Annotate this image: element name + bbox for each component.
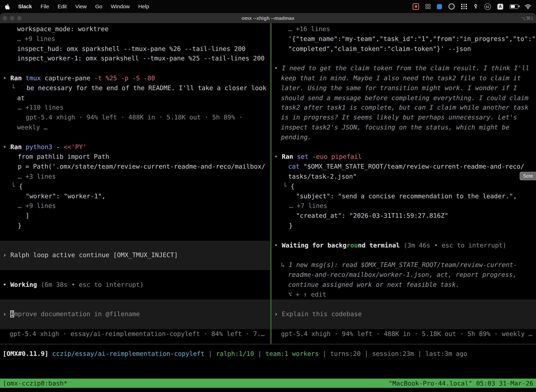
text-segment: ralph:1/10 bbox=[216, 350, 254, 357]
text-segment: tmux bbox=[25, 75, 44, 82]
apple-menu-icon[interactable] bbox=[5, 4, 10, 9]
terminal-line: should send a message before completing … bbox=[281, 93, 528, 103]
battery-percent-badge-label: 61 bbox=[486, 5, 490, 8]
text-segment: • bbox=[274, 242, 282, 249]
terminal-line: … +9 lines bbox=[17, 34, 55, 44]
text-segment: • bbox=[3, 281, 10, 288]
text-segment: rou bbox=[346, 242, 358, 249]
battery-icon[interactable] bbox=[510, 4, 518, 9]
menu-item-edit[interactable]: Edit bbox=[58, 3, 67, 9]
text-segment: p = Path('.omx/state/team/review-current… bbox=[18, 163, 265, 170]
menu-app-name[interactable]: Slack bbox=[18, 3, 32, 9]
input-source-icon[interactable]: A bbox=[497, 4, 503, 9]
battery-percent-badge[interactable]: 61 bbox=[484, 3, 491, 10]
text-segment: … +9 lines bbox=[17, 35, 55, 42]
terminal-line: ⌥ + ↑ edit bbox=[288, 290, 326, 300]
text-segment: | bbox=[414, 350, 425, 357]
text-segment: capture-pane bbox=[45, 75, 94, 82]
text-segment: "created_at": "2026-03-31T11:59:27.816Z" bbox=[296, 212, 448, 219]
key-icon[interactable] bbox=[474, 4, 478, 9]
terminal-line: readme-and-reco/mailbox/worker-1.json, a… bbox=[288, 270, 517, 280]
text-segment: weekly … bbox=[17, 124, 48, 131]
text-segment: | bbox=[361, 350, 372, 357]
terminal-line: is in progress? It seems likely but perh… bbox=[281, 113, 517, 123]
terminal-line: } bbox=[289, 221, 293, 231]
terminal-pane-right[interactable]: … +16 lines'{"team_name":"my-team","task… bbox=[271, 23, 536, 344]
wifi-icon[interactable] bbox=[525, 4, 531, 9]
terminal-line: } bbox=[18, 221, 22, 231]
terminal-line: … +9 lines bbox=[18, 201, 56, 211]
text-segment: Ran bbox=[282, 153, 297, 160]
window-titlebar[interactable]: omx --xhigh --madmax ⌥⌘1 bbox=[0, 13, 536, 23]
minimize-button[interactable] bbox=[10, 16, 14, 20]
terminal-line: '{"team_name":"my-team","task_id":"1","f… bbox=[288, 34, 536, 44]
menu-bar-status-icons: 61 A bbox=[412, 3, 531, 10]
text-segment: "completed","claim_token":"claim-token"}… bbox=[288, 45, 471, 52]
text-segment: … +7 lines bbox=[289, 202, 327, 210]
close-button[interactable] bbox=[3, 16, 7, 20]
text-segment: - bbox=[56, 143, 64, 150]
text-segment: … +16 lines bbox=[288, 25, 330, 33]
terminal-pane-left[interactable]: workspace_mode: worktree… +9 linesinspec… bbox=[0, 23, 270, 344]
terminal-line: • Working (6m 38s • esc to interrupt) bbox=[3, 280, 144, 290]
tmux-host-clock-label: "MacBook-Pro-44.local" 05:03 31-Mar-26 bbox=[389, 380, 533, 387]
text-segment: └ bbox=[283, 183, 291, 190]
terminal-line: task2 after task1 is complete, but can I… bbox=[281, 103, 528, 113]
text-segment: • bbox=[274, 153, 282, 160]
window-grid-icon[interactable] bbox=[426, 4, 430, 9]
screen-recording-stop-icon[interactable] bbox=[412, 3, 419, 10]
text-segment: pending. bbox=[281, 134, 311, 141]
omx-status-bar: [OMX#0.11.9] cczip/essay/ai-reimplementa… bbox=[3, 349, 467, 359]
menu-item-file[interactable]: File bbox=[40, 3, 49, 9]
text-segment: inspect task2's JSON, focusing on the st… bbox=[281, 124, 509, 131]
text-segment: gpt-5.4 xhigh · essay/ai-reimplementatio… bbox=[10, 330, 265, 337]
menu-item-view[interactable]: View bbox=[75, 3, 87, 9]
text-segment: } bbox=[289, 222, 293, 229]
text-segment: [OMX#0.11.9] bbox=[3, 350, 52, 357]
tmux-session-label: [omx-cczip0:bash* bbox=[3, 380, 67, 387]
menu-item-help[interactable]: Help bbox=[138, 3, 149, 9]
text-segment: be necessary for the end of the README. … bbox=[27, 84, 266, 92]
text-segment: last:3m ago bbox=[425, 350, 467, 357]
terminal-line: later. Using the same for transition mig… bbox=[281, 83, 517, 93]
terminal-line: › Ralph loop active continue [OMX_TMUX_I… bbox=[3, 250, 178, 260]
text-segment: Working bbox=[10, 281, 41, 288]
text-segment: • bbox=[274, 65, 282, 72]
terminal-line: workspace_mode: worktree bbox=[17, 24, 109, 34]
text-segment: cczip/essay/ai-reimplementation-copyleft bbox=[52, 350, 205, 357]
text-segment: … +3 lines bbox=[18, 173, 56, 180]
terminal-line: inspect task2's JSON, focusing on the st… bbox=[281, 123, 509, 132]
terminal-line: • Ran set -euo pipefail bbox=[274, 152, 362, 162]
text-segment: › bbox=[3, 251, 10, 258]
text-segment: from pathlib import Path bbox=[18, 153, 109, 160]
text-segment: inspect_worker-1: omx sparkshell --tmux-… bbox=[17, 55, 264, 62]
terminal-line: └ { bbox=[283, 182, 295, 191]
terminal-line: tasks/task-2.json" bbox=[288, 172, 357, 182]
text-segment: set bbox=[297, 153, 312, 160]
text-segment: task2 after task1 is complete, but can I… bbox=[281, 104, 528, 111]
terminal-line: weekly … bbox=[17, 123, 48, 132]
text-segment: team:1 workers bbox=[266, 350, 319, 357]
app-grid-icon[interactable] bbox=[461, 4, 467, 9]
terminal-line: └ be necessary for the end of the README… bbox=[11, 83, 266, 93]
text-segment: … +110 lines bbox=[18, 104, 63, 111]
blue-app-icon[interactable] bbox=[437, 4, 442, 9]
dark-circle-app-icon[interactable] bbox=[448, 3, 455, 9]
zoom-button[interactable] bbox=[17, 16, 21, 20]
terminal-line: ↳ 1 new msg(s): read $OMX_TEAM_STATE_ROO… bbox=[281, 260, 517, 270]
menu-item-window[interactable]: Window bbox=[111, 3, 129, 9]
terminal-line: gpt-5.4 xhigh · 94% left · 488K in · 5.1… bbox=[281, 329, 532, 339]
text-segment: └ bbox=[11, 84, 27, 92]
text-segment: I bbox=[10, 310, 14, 317]
tmux-status-bar: [omx-cczip0:bash* "MacBook-Pro-44.local"… bbox=[0, 379, 536, 388]
terminal-line: … +3 lines bbox=[18, 172, 56, 182]
text-segment: … +9 lines bbox=[18, 202, 56, 210]
text-segment: gpt-5.4 xhigh · 94% left · 488K in · 5.1… bbox=[281, 330, 532, 337]
terminal-line: › Improve documentation in @filename bbox=[3, 309, 140, 319]
menu-item-go[interactable]: Go bbox=[95, 3, 102, 9]
text-segment: at bbox=[17, 94, 25, 101]
text-segment: cat bbox=[288, 163, 304, 170]
text-segment: python3 bbox=[25, 143, 56, 150]
text-segment: | bbox=[319, 350, 330, 357]
text-segment: mprove documentation in @filename bbox=[14, 310, 140, 317]
